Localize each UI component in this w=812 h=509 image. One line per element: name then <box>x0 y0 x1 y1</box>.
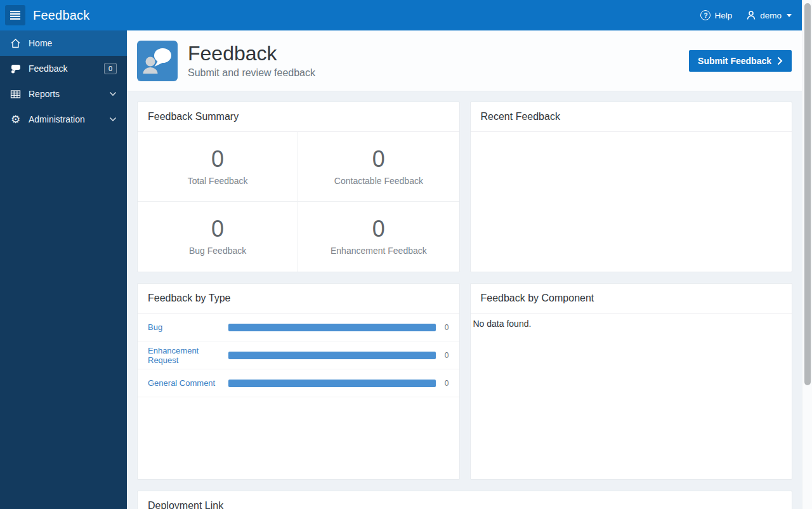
type-row-general-comment: General Comment 0 <box>138 369 459 397</box>
deployment-link-card: Deployment Link <box>137 491 792 509</box>
feedback-by-component-card: Feedback by Component No data found. <box>470 283 793 480</box>
sidebar-item-administration[interactable]: ⚙ Administration <box>0 107 127 132</box>
sidebar-item-feedback[interactable]: Feedback 0 <box>0 56 127 81</box>
summary-stats-grid: 0 Total Feedback 0 Contactable Feedback … <box>138 132 459 272</box>
help-icon: ? <box>700 10 710 20</box>
help-label: Help <box>714 11 732 20</box>
sidebar-item-label: Administration <box>29 114 85 124</box>
feedback-count-badge: 0 <box>104 63 117 74</box>
chevron-down-icon <box>109 117 117 122</box>
type-row-bug: Bug 0 <box>138 314 459 341</box>
app-brand-title: Feedback <box>33 8 89 23</box>
caret-down-icon <box>787 14 792 17</box>
type-label-link[interactable]: General Comment <box>148 378 228 388</box>
user-name: demo <box>760 11 782 20</box>
topbar: Feedback ? Help demo <box>0 0 802 30</box>
hamburger-icon <box>10 11 20 20</box>
main-content: Feedback Submit and review feedback Subm… <box>127 30 802 509</box>
type-label-link[interactable]: Enhancement Request <box>148 346 228 365</box>
gear-icon: ⚙ <box>10 114 21 125</box>
feedback-bubbles-icon <box>10 63 21 74</box>
dashboard-grid: Feedback Summary 0 Total Feedback 0 Cont… <box>127 91 802 509</box>
type-value: 0 <box>442 351 449 360</box>
user-icon <box>746 10 756 20</box>
vertical-scrollbar[interactable] <box>802 0 812 509</box>
stat-contactable-feedback: 0 Contactable Feedback <box>298 132 459 202</box>
chevron-right-icon <box>777 56 783 65</box>
stat-label: Total Feedback <box>188 176 248 186</box>
type-label-link[interactable]: Bug <box>148 322 228 332</box>
recent-feedback-card: Recent Feedback <box>470 102 793 272</box>
scrollbar-thumb[interactable] <box>804 3 811 385</box>
stat-total-feedback: 0 Total Feedback <box>138 132 298 202</box>
stat-label: Enhancement Feedback <box>331 246 427 256</box>
stat-label: Bug Feedback <box>189 246 246 256</box>
feedback-app-icon <box>137 41 178 81</box>
stat-label: Contactable Feedback <box>334 176 423 186</box>
submit-feedback-button[interactable]: Submit Feedback <box>689 50 792 72</box>
card-title: Feedback Summary <box>138 102 459 132</box>
stat-value: 0 <box>372 218 385 241</box>
help-link[interactable]: ? Help <box>700 10 732 20</box>
home-icon <box>10 38 21 49</box>
type-value: 0 <box>442 379 449 388</box>
stat-value: 0 <box>211 218 224 241</box>
chevron-down-icon <box>109 91 117 96</box>
sidebar-item-home[interactable]: Home <box>0 30 127 56</box>
type-chart: Bug 0 Enhancement Request 0 General Comm… <box>138 314 459 397</box>
type-bar <box>228 380 436 387</box>
stat-enhancement-feedback: 0 Enhancement Feedback <box>298 202 459 272</box>
bar-track <box>228 352 436 359</box>
stat-value: 0 <box>211 148 224 171</box>
submit-feedback-label: Submit Feedback <box>698 56 771 66</box>
card-title: Recent Feedback <box>471 102 792 132</box>
reports-table-icon <box>10 89 21 100</box>
sidebar-item-label: Home <box>29 38 52 48</box>
stat-value: 0 <box>372 148 385 171</box>
type-bar <box>228 324 436 331</box>
sidebar-item-label: Feedback <box>29 63 67 74</box>
type-bar <box>228 352 436 359</box>
stat-bug-feedback: 0 Bug Feedback <box>138 202 298 272</box>
type-row-enhancement-request: Enhancement Request 0 <box>138 341 459 369</box>
hamburger-menu-button[interactable] <box>5 5 25 25</box>
sidebar-item-label: Reports <box>29 89 60 99</box>
type-value: 0 <box>442 323 449 332</box>
no-data-text: No data found. <box>471 314 792 334</box>
page-subtitle: Submit and review feedback <box>188 67 315 79</box>
feedback-by-type-card: Feedback by Type Bug 0 Enhancement Reque… <box>137 283 460 480</box>
card-title: Feedback by Component <box>471 284 792 314</box>
feedback-summary-card: Feedback Summary 0 Total Feedback 0 Cont… <box>137 102 460 272</box>
card-title: Feedback by Type <box>138 284 459 314</box>
bar-track <box>228 324 436 331</box>
bar-track <box>228 380 436 387</box>
page-title: Feedback <box>188 43 315 65</box>
sidebar-item-reports[interactable]: Reports <box>0 81 127 107</box>
sidebar: Home Feedback 0 Reports ⚙ Administration <box>0 30 127 509</box>
user-menu[interactable]: demo <box>746 10 792 20</box>
page-header: Feedback Submit and review feedback Subm… <box>127 30 802 91</box>
card-title: Deployment Link <box>138 491 792 509</box>
